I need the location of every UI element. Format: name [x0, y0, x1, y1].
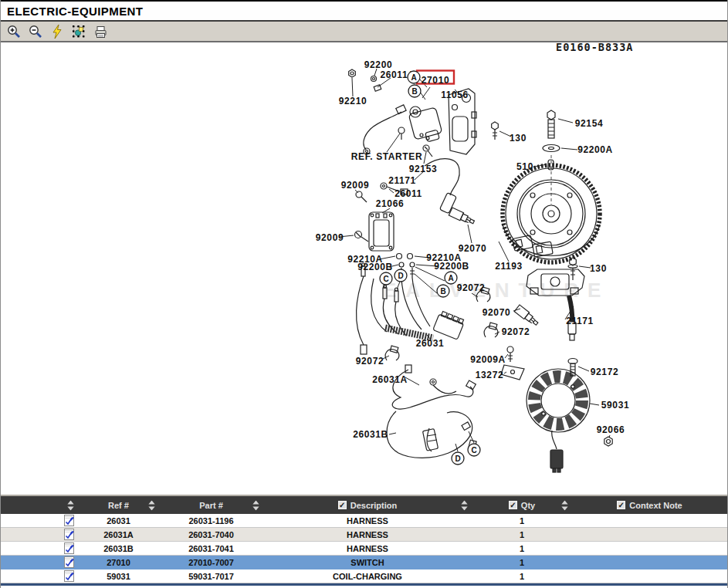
cell-part: 59031-7017 [159, 572, 263, 581]
column-header-description[interactable]: Description [263, 496, 472, 514]
callout-letter: B [411, 87, 417, 96]
callout-letter: A [448, 274, 453, 282]
part-label[interactable]: 92072 [356, 356, 384, 367]
part-label[interactable]: 26031 [416, 338, 444, 349]
part-label[interactable]: 92154 [575, 118, 603, 129]
lightning-bolt-icon [49, 24, 65, 39]
table-row[interactable]: 26031A26031-7040HARNESS1 [1, 528, 727, 542]
description-checkbox-checked[interactable] [338, 501, 347, 509]
row-note-icon-button[interactable] [1, 570, 78, 582]
sort-icon[interactable] [67, 500, 74, 510]
flash-button[interactable] [47, 22, 66, 40]
clamp-92072-drawing [484, 323, 498, 337]
region-select-button[interactable] [69, 22, 88, 40]
cell-part: 26031-7041 [159, 544, 263, 553]
column-header-context-note[interactable]: Context Note [572, 496, 727, 514]
callout-letter: A [411, 73, 416, 82]
table-header: Ref # Part # Description Qty Context Not… [1, 496, 727, 514]
part-label[interactable]: 92200A [577, 144, 613, 155]
cell-qty: 1 [472, 558, 572, 567]
part-label[interactable]: 26031B [353, 429, 388, 440]
table-row[interactable]: 26031B26031-7041HARNESS1 [1, 542, 727, 556]
row-note-icon-button[interactable] [1, 542, 78, 554]
part-label[interactable]: 92072 [457, 282, 485, 293]
cell-qty: 1 [472, 530, 572, 539]
column-label: Qty [521, 501, 535, 510]
part-label[interactable]: 11056 [441, 90, 469, 100]
sort-icon[interactable] [148, 500, 155, 510]
cell-description: SWITCH [263, 558, 472, 567]
part-label[interactable]: 92200 [364, 59, 392, 70]
sort-icon[interactable] [252, 500, 259, 510]
column-label: Description [350, 501, 398, 510]
part-label[interactable]: 92070 [483, 307, 510, 318]
part-label[interactable]: 26011 [394, 188, 422, 199]
screw-92153-drawing [423, 145, 432, 157]
harness-26031A-drawing [392, 365, 476, 409]
part-label[interactable]: 92200B [434, 261, 469, 272]
watermark: EALVENTURE [383, 279, 610, 302]
qty-checkbox-checked[interactable] [509, 501, 517, 509]
diagram-code: E0160-B833A [556, 42, 633, 53]
part-label[interactable]: 92210 [339, 96, 367, 106]
part-label[interactable]: 21066 [376, 198, 404, 209]
part-label[interactable]: 130 [510, 133, 527, 144]
title-bar: ELECTRIC-EQUIPMENT [1, 0, 727, 22]
cell-ref: 59031 [78, 572, 159, 581]
part-label[interactable]: 59031 [601, 400, 629, 411]
sort-icon[interactable] [461, 500, 468, 510]
battery-cable-26011A-drawing [364, 85, 406, 154]
screw-92009-top-drawing [356, 191, 367, 202]
cell-part: 26031-7040 [159, 530, 263, 539]
print-button[interactable] [90, 22, 110, 40]
part-label[interactable]: 510 [516, 161, 533, 172]
part-label[interactable]: 13272 [476, 370, 503, 380]
part-label[interactable]: 92153 [409, 164, 437, 174]
part-label[interactable]: 27010 [422, 75, 449, 86]
column-header-part[interactable]: Part # [159, 496, 263, 514]
spark-plug-92070-top-drawing [449, 208, 476, 226]
parts-catalog-window: { "window": { "title": "ELECTRIC-EQUIPME… [0, 0, 728, 588]
context-note-checkbox-checked[interactable] [617, 501, 625, 509]
part-label[interactable]: 21193 [495, 261, 523, 272]
part-label[interactable]: 92066 [597, 424, 625, 435]
table-row[interactable]: 2603126031-1196HARNESS1 [1, 514, 727, 528]
part-label[interactable]: 21171 [566, 316, 594, 326]
row-note-icon-button[interactable] [1, 529, 78, 540]
zoom-out-button[interactable] [25, 22, 45, 40]
part-label[interactable]: REF. STARTER [351, 151, 422, 162]
note-edit-icon [64, 515, 74, 526]
part-label[interactable]: 92009 [316, 232, 344, 243]
table-row[interactable]: 5903159031-7017COIL-CHARGING1 [1, 569, 727, 583]
column-header-qty[interactable]: Qty [472, 496, 572, 514]
part-label[interactable]: 92070 [459, 243, 486, 254]
callout-letter: C [471, 446, 476, 455]
column-header-icon[interactable] [1, 496, 78, 514]
part-label[interactable]: 92172 [591, 367, 618, 377]
part-label[interactable]: 21171 [388, 175, 416, 186]
sort-icon[interactable] [561, 500, 568, 510]
callout-letter: B [440, 287, 445, 296]
table-row[interactable]: 2701027010-7007SWITCH1 [1, 556, 727, 569]
row-note-icon-button[interactable] [1, 515, 78, 526]
part-label[interactable]: 92009 [341, 180, 369, 191]
note-edit-icon [64, 529, 74, 540]
zoom-in-button[interactable] [4, 22, 23, 40]
row-note-icon-button[interactable] [1, 556, 78, 568]
parts-diagram: EALVENTURE E0160-B833A [1, 42, 728, 495]
cell-qty: 1 [472, 572, 572, 581]
part-label[interactable]: 92200B [357, 262, 393, 272]
table-bottom-edge [1, 583, 727, 586]
bolt-92154-drawing [547, 110, 555, 138]
cell-description: COIL-CHARGING [263, 572, 472, 581]
column-header-ref[interactable]: Ref # [78, 496, 159, 514]
bolt-130-left-drawing [492, 122, 499, 140]
note-edit-icon [64, 570, 74, 582]
part-label[interactable]: 92072 [502, 326, 530, 337]
part-label[interactable]: 26031A [372, 374, 408, 385]
cell-ref: 26031 [78, 516, 159, 525]
part-label[interactable]: 130 [590, 263, 607, 274]
screw-ref-starter-drawing [398, 127, 405, 140]
part-label[interactable]: 92009A [470, 354, 506, 365]
igniter-21066-drawing [369, 212, 394, 251]
